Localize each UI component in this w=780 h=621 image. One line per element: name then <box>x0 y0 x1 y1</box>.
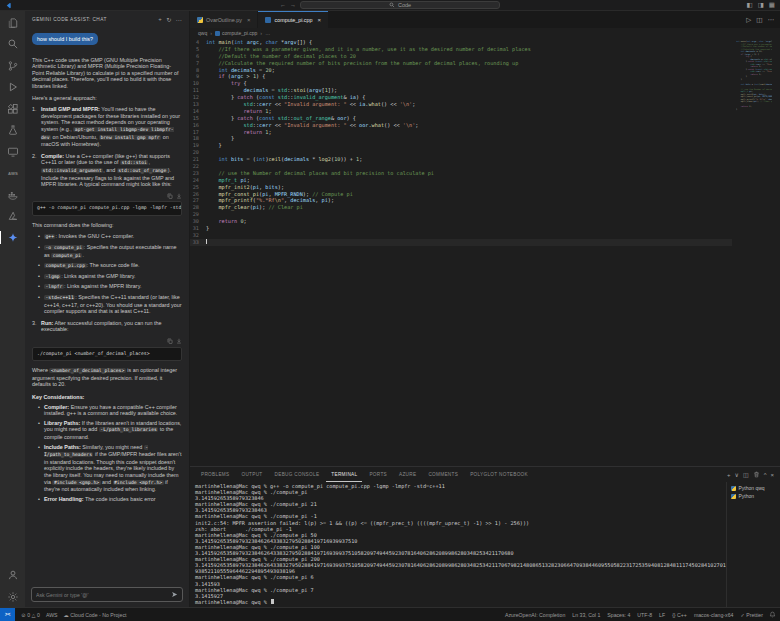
code-line[interactable]: 11 decimals = std::stoi(argv[1]); <box>190 87 732 94</box>
code-line[interactable]: 30 return 0; <box>190 218 732 225</box>
code-line[interactable]: 22 <box>190 163 732 170</box>
panel-tab-problems[interactable]: PROBLEMS <box>196 467 234 482</box>
code-line[interactable]: 10 try { <box>190 80 732 87</box>
panel-tab-comments[interactable]: COMMENTS <box>423 467 463 482</box>
code-line[interactable]: 31} <box>190 225 732 232</box>
cloud-code-status[interactable]: ☁ Cloud Code - No Project <box>64 612 127 618</box>
copy-code-button[interactable] <box>167 338 173 346</box>
panel-tab-debug-console[interactable]: DEBUG CONSOLE <box>270 467 325 482</box>
code-line[interactable]: 27 mpfr_printf("%.*Rf\n", decimals, pi); <box>190 197 732 204</box>
activity-aws[interactable]: AWS <box>0 167 25 180</box>
code-line[interactable]: 13 std::cerr << "Invalid argument: " << … <box>190 101 732 108</box>
code-line[interactable]: 6 //Default the number of decimal places… <box>190 53 732 60</box>
status-azureopenai[interactable]: AzureOpenAI: Completion <box>505 612 565 618</box>
code-line[interactable]: 16 std::cerr << "Invalid argument: " << … <box>190 122 732 129</box>
panel-tab-output[interactable]: OUTPUT <box>236 467 267 482</box>
code-line[interactable]: 8 int decimals = 20; <box>190 67 732 74</box>
code-line[interactable]: 7 //Calculate the required number of bit… <box>190 60 732 67</box>
activity-gemini[interactable] <box>0 231 25 244</box>
insert-code-button[interactable] <box>176 193 182 201</box>
kill-terminal-icon[interactable] <box>753 471 760 478</box>
status-formatter[interactable]: ✓Prettier <box>740 612 763 618</box>
status-encoding[interactable]: UTF-8 <box>637 612 652 618</box>
accounts-button[interactable] <box>0 569 25 582</box>
code-line[interactable]: 23 // use the Number of decimal places a… <box>190 170 732 177</box>
notifications-bell[interactable] <box>769 611 776 618</box>
status-eol[interactable]: LF <box>659 612 665 618</box>
close-panel-icon[interactable]: × <box>770 472 774 478</box>
editor-more-icon[interactable]: ⋯ <box>768 16 775 24</box>
close-icon[interactable]: × <box>247 17 251 23</box>
close-icon[interactable]: × <box>318 17 322 23</box>
terminal-instance[interactable]: Python <box>731 492 780 500</box>
breadcrumb-item[interactable]: … <box>265 30 270 36</box>
panel-tab-ports[interactable]: PORTS <box>364 467 392 482</box>
activity-docker[interactable] <box>0 188 25 201</box>
code-line[interactable]: 14 return 1; <box>190 108 732 115</box>
activity-azure[interactable] <box>0 210 25 223</box>
problems-status[interactable]: ⊘ 0 △ 0 <box>21 612 40 618</box>
remote-indicator[interactable]: >< <box>0 608 15 621</box>
code-line[interactable]: 29 <box>190 211 732 218</box>
code-line[interactable]: 25 mpfr_init2(pi, bits); <box>190 184 732 191</box>
insert-code-button[interactable] <box>176 338 182 346</box>
panel-tab-terminal[interactable]: TERMINAL <box>326 467 362 482</box>
minimap[interactable]: int main(int argc, char *argv[]) { //If … <box>736 40 772 115</box>
more-actions-icon[interactable]: ⋯ <box>176 16 182 23</box>
code-line[interactable]: 18 } <box>190 135 732 142</box>
code-line[interactable]: 12 } catch (const std::invalid_argument&… <box>190 94 732 101</box>
activity-extensions[interactable] <box>0 102 25 115</box>
status-cursor-position[interactable]: Ln 33, Col 1 <box>572 612 600 618</box>
chat-input[interactable] <box>36 592 168 598</box>
command-center[interactable]: Code <box>300 1 500 9</box>
code-line[interactable]: 21 int bits = (int)ceil(decimals * log2(… <box>190 156 732 163</box>
tab-OvarOutline.py[interactable]: OvarOutline.py× <box>190 11 258 28</box>
customize-layout-icon[interactable]: ▦ <box>769 1 775 9</box>
settings-button[interactable] <box>0 590 25 603</box>
new-chat-icon[interactable]: + <box>158 16 162 23</box>
code-line[interactable]: 15 } catch (const std::out_of_range& oor… <box>190 115 732 122</box>
activity-explorer[interactable] <box>0 16 25 29</box>
refresh-icon[interactable]: ↻ <box>166 16 171 23</box>
activity-testing[interactable] <box>0 124 25 137</box>
copy-code-button[interactable] <box>167 193 173 201</box>
aws-status[interactable]: AWS <box>46 612 58 618</box>
back-icon[interactable]: ← <box>280 2 286 8</box>
panel-tab-polyglot-notebook[interactable]: POLYGLOT NOTEBOOK <box>465 467 533 482</box>
activity-source-control[interactable] <box>0 59 25 72</box>
split-editor-icon[interactable]: ◫ <box>756 16 762 24</box>
code-line[interactable]: 32 <box>190 232 732 239</box>
terminal-instance[interactable]: Python qwq <box>731 484 780 492</box>
code-line[interactable]: 4int main(int argc, char *argv[]) { <box>190 39 732 46</box>
code-line[interactable]: 5 //If there was a parameter given, and … <box>190 46 732 53</box>
tab-compute_pi.cpp[interactable]: compute_pi.cpp× <box>258 11 329 28</box>
split-terminal-icon[interactable]: ◫ <box>743 471 749 478</box>
status-compiler-kit[interactable]: macos-clang-x64 <box>694 612 734 618</box>
terminal-output[interactable]: martinhellena@Mac qwq % g++ -o compute_p… <box>190 482 726 607</box>
code-line[interactable]: 28 mpfr_clear(pi); // Clear pi <box>190 204 732 211</box>
status-indentation[interactable]: Spaces: 4 <box>607 612 630 618</box>
terminal-dropdown-icon[interactable]: ∨ <box>735 471 739 478</box>
code-line[interactable]: 20 <box>190 149 732 156</box>
activity-search[interactable] <box>0 38 25 51</box>
toggle-sidebar-icon[interactable]: ◧ <box>747 1 753 9</box>
code-line[interactable]: 17 return 1; <box>190 129 732 136</box>
status-language-mode[interactable]: {}C++ <box>672 612 687 618</box>
code-line[interactable]: 26 mpfr_const_pi(pi, MPFR_RNDN); // Comp… <box>190 191 732 198</box>
activity-remote-explorer[interactable] <box>0 145 25 158</box>
code-line[interactable]: 9 if (argc > 1) { <box>190 73 732 80</box>
code-line[interactable]: 24 mpfr_t pi; <box>190 177 732 184</box>
run-file-icon[interactable]: ▷ <box>746 16 751 24</box>
send-icon[interactable] <box>171 591 178 598</box>
code-line[interactable]: 19 } <box>190 142 732 149</box>
breadcrumb-item[interactable]: compute_pi.cpp <box>215 30 257 36</box>
code-editor[interactable]: 4int main(int argc, char *argv[]) {5 //I… <box>190 38 780 466</box>
breadcrumb-item[interactable]: qwq <box>198 30 207 36</box>
panel-tab-azure[interactable]: AZURE <box>394 467 421 482</box>
code-line[interactable]: 33 <box>190 239 732 246</box>
maximize-panel-icon[interactable]: ^ <box>764 472 767 478</box>
toggle-panel-icon[interactable]: ◨ <box>758 1 764 9</box>
forward-icon[interactable]: → <box>290 2 296 8</box>
new-terminal-icon[interactable]: + <box>727 472 731 478</box>
activity-run-debug[interactable] <box>0 81 25 94</box>
